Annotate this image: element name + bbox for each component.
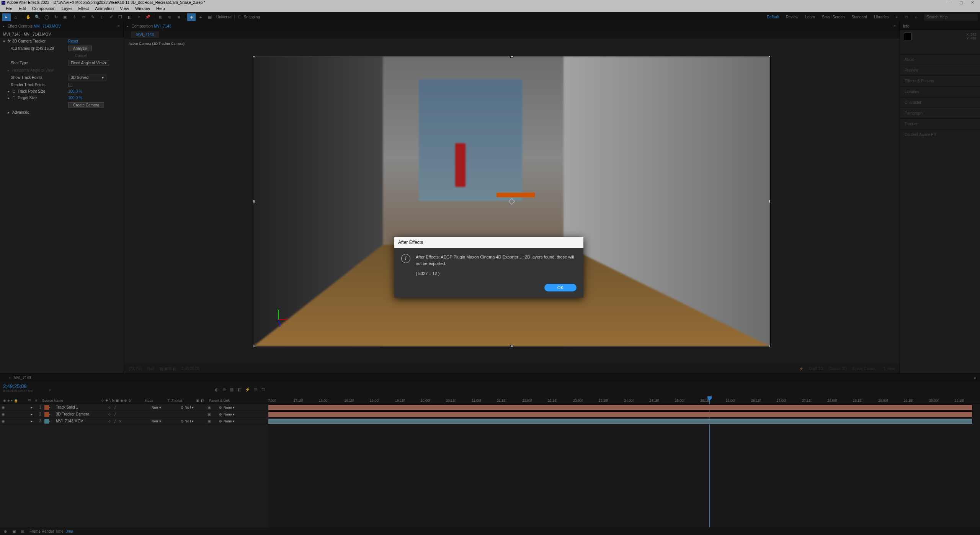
col-parent[interactable]: Parent & Link — [207, 399, 231, 402]
dialog-title[interactable]: After Effects — [394, 237, 583, 248]
shot-type-dropdown[interactable]: Fixed Angle of View▾ — [68, 60, 109, 66]
timeline-toggle-icon[interactable]: ◐ — [215, 387, 219, 392]
resize-handle[interactable] — [253, 200, 255, 203]
resize-handle[interactable] — [510, 56, 513, 58]
ruler-tick[interactable]: 30:15f — [954, 399, 980, 402]
ruler-tick[interactable]: 18:00f — [319, 399, 344, 402]
layer-bar[interactable] — [268, 411, 972, 417]
world-axis-icon[interactable]: ⊕ — [165, 13, 174, 21]
ruler-tick[interactable]: 26:15f — [751, 399, 776, 402]
roto-tool-icon[interactable]: ✧ — [134, 13, 143, 21]
ruler-tick[interactable]: 26:00f — [726, 399, 751, 402]
resize-handle[interactable] — [253, 345, 255, 347]
workspace-default[interactable]: Default — [767, 15, 779, 19]
rotate-tool-icon[interactable]: ↻ — [52, 13, 60, 21]
timeline-search-icon[interactable]: ⌕ — [49, 387, 52, 392]
pan-behind-tool-icon[interactable]: ⊹ — [70, 13, 78, 21]
ruler-tick[interactable]: 7:00f — [268, 399, 293, 402]
composition-frame[interactable]: YXZ — [253, 56, 771, 347]
layer-name[interactable]: 3D Tracker Camera — [54, 412, 108, 416]
layer-row[interactable]: ◉ ▸ 2 ▪ 3D Tracker Camera ⊹ ╱ ▣ ⊚ None ▾ — [0, 411, 268, 418]
zoom-tool-icon[interactable]: 🔍 — [33, 13, 42, 21]
maximize-icon[interactable]: ▢ — [959, 0, 963, 5]
ruler-tick[interactable]: 18:15f — [344, 399, 369, 402]
timeline-toggle-icon[interactable]: ⊞ — [254, 387, 258, 392]
layer-name[interactable]: MVI_7143.MOV — [54, 419, 108, 423]
view-layout-dropdown[interactable]: 1 View — [884, 366, 895, 371]
ruler-tick[interactable]: 21:15f — [497, 399, 522, 402]
minimize-icon[interactable]: — — [947, 0, 952, 5]
track-point-size-value[interactable]: 100.0 % — [68, 89, 82, 93]
hand-tool-icon[interactable]: ✋ — [24, 13, 33, 21]
visibility-toggle[interactable]: ◉ — [2, 419, 6, 424]
layer-switches[interactable]: ⊹ ╱ — [108, 406, 150, 409]
layer-color-swatch[interactable] — [44, 405, 49, 410]
analyze-button[interactable]: Analyze — [68, 46, 92, 51]
ruler-tick[interactable]: 21:00f — [471, 399, 497, 402]
current-timecode[interactable]: 2;49;25;08 — [3, 383, 43, 389]
menu-effect[interactable]: Effect — [75, 6, 91, 11]
resize-handle[interactable] — [769, 56, 771, 58]
search-help-input[interactable] — [924, 14, 978, 21]
layer-name[interactable]: Track Solid 1 — [54, 405, 108, 409]
panel-effects-presets[interactable]: Effects & Presets — [900, 75, 980, 86]
grid-icon[interactable]: ▦ — [206, 13, 214, 21]
layer-color-swatch[interactable] — [44, 419, 49, 424]
menu-layer[interactable]: Layer — [59, 6, 75, 11]
menu-file[interactable]: File — [3, 6, 15, 11]
ruler-tick[interactable]: 27:15f — [802, 399, 827, 402]
layer-bar[interactable] — [268, 418, 972, 424]
timeline-toggle-icon[interactable]: ◧ — [237, 387, 241, 392]
home-tool-icon[interactable]: ⌂ — [11, 13, 20, 21]
draft3d-toggle[interactable]: Draft 3D — [809, 366, 823, 371]
snapping-label[interactable]: Snapping — [244, 15, 260, 19]
advanced-label[interactable]: Advanced — [12, 110, 29, 115]
pen-tool-icon[interactable]: ✎ — [88, 13, 97, 21]
parent-dropdown[interactable]: None ▾ — [224, 419, 235, 423]
brush-tool-icon[interactable]: ✐ — [107, 13, 115, 21]
workspace-libraries[interactable]: Libraries — [874, 15, 889, 19]
reset-workspace-icon[interactable]: ▭ — [905, 15, 908, 19]
ruler-tick[interactable]: 30:00f — [929, 399, 954, 402]
add-3d-icon[interactable]: + — [196, 13, 205, 21]
puppet-tool-icon[interactable]: 📌 — [144, 13, 152, 21]
eraser-tool-icon[interactable]: ◧ — [125, 13, 134, 21]
workspace-standard[interactable]: Standard — [851, 15, 867, 19]
parent-dropdown[interactable]: None ▾ — [224, 406, 235, 409]
timeline-panel-menu-icon[interactable]: ≡ — [974, 376, 980, 380]
trkmat-dropdown[interactable]: No l ▾ — [185, 406, 194, 409]
parent-dropdown[interactable]: None ▾ — [224, 412, 235, 416]
target-size-value[interactable]: 100.0 % — [68, 96, 82, 100]
col-source[interactable]: Source Name — [41, 399, 98, 402]
snapping-check[interactable]: ☐ — [237, 15, 243, 19]
col-mode[interactable]: Mode — [143, 399, 165, 402]
workspace-small[interactable]: Small Screen — [822, 15, 844, 19]
layer-row[interactable]: ◉ ▸ 3 ▪ MVI_7143.MOV ⊹ ╱ fx Norr ▾ ⊙ No … — [0, 418, 268, 425]
comp-lock-icon[interactable]: ▪ — [127, 24, 129, 28]
ruler-tick[interactable]: 19:15f — [395, 399, 420, 402]
resize-handle[interactable] — [253, 56, 255, 58]
timeline-tab[interactable]: MVI_7143 — [14, 376, 31, 380]
ruler-tick[interactable]: 24:15f — [649, 399, 675, 402]
mode-dropdown[interactable]: Norr ▾ — [150, 419, 163, 423]
resize-handle[interactable] — [769, 345, 771, 347]
panel-paragraph[interactable]: Paragraph — [900, 108, 980, 118]
close-icon[interactable]: ✕ — [971, 0, 974, 5]
track-solid-overlay[interactable] — [497, 193, 535, 197]
timeline-toggle-icon[interactable]: ⊕ — [222, 387, 226, 392]
status-icon[interactable]: ▣ — [12, 529, 16, 533]
menu-composition[interactable]: Composition — [29, 6, 58, 11]
ruler-tick[interactable]: 23:15f — [598, 399, 624, 402]
menu-edit[interactable]: Edit — [16, 6, 29, 11]
mode-dropdown[interactable]: Norr ▾ — [150, 406, 163, 409]
resolution-dropdown[interactable]: Half — [147, 366, 154, 371]
effect-controls-tab[interactable]: Effect Controls MVI_7143.MOV — [8, 24, 61, 28]
timeline-toggle-icon[interactable]: ⊡ — [261, 387, 265, 392]
ruler-tick[interactable]: 28:00f — [827, 399, 853, 402]
composition-viewer[interactable]: Active Camera (3D Tracker Camera) — [124, 39, 900, 364]
layer-switches[interactable]: ⊹ ╱ — [108, 412, 150, 416]
panel-content-aware[interactable]: Content-Aware Fill — [900, 129, 980, 140]
ruler-tick[interactable]: 17:15f — [293, 399, 318, 402]
ruler-tick[interactable]: 19:00f — [370, 399, 395, 402]
render-track-checkbox[interactable] — [68, 83, 72, 87]
